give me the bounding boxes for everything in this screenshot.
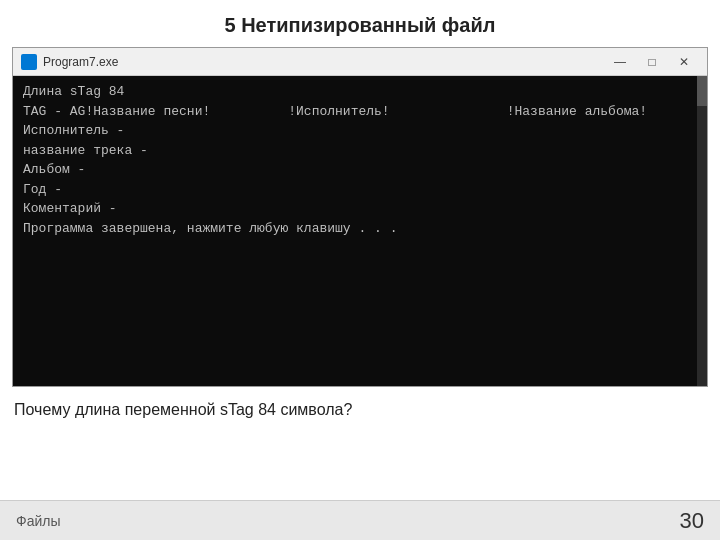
maximize-button[interactable]: □	[637, 52, 667, 72]
scrollbar-thumb[interactable]	[697, 76, 707, 106]
question-text: Почему длина переменной sTag 84 символа?	[14, 399, 706, 421]
window-controls: — □ ✕	[605, 52, 699, 72]
bottom-section: Почему длина переменной sTag 84 символа?	[0, 387, 720, 431]
scrollbar[interactable]	[697, 76, 707, 386]
footer-bar: Файлы 30	[0, 500, 720, 540]
slide-title: 5 Нетипизированный файл	[0, 0, 720, 47]
window-app-icon	[21, 54, 37, 70]
console-output: Длина sTag 84TAG - AG!Название песни! !И…	[13, 76, 707, 386]
console-line: Длина sTag 84	[23, 82, 697, 102]
minimize-button[interactable]: —	[605, 52, 635, 72]
console-line: Исполнитель -	[23, 121, 697, 141]
window-title: Program7.exe	[43, 55, 605, 69]
program-window: Program7.exe — □ ✕ Длина sTag 84TAG - AG…	[12, 47, 708, 387]
console-line: Коментарий -	[23, 199, 697, 219]
console-lines: Длина sTag 84TAG - AG!Название песни! !И…	[23, 82, 697, 238]
footer-category: Файлы	[16, 513, 60, 529]
console-line: TAG - AG!Название песни! !Исполнитель! !…	[23, 102, 697, 122]
close-button[interactable]: ✕	[669, 52, 699, 72]
window-titlebar: Program7.exe — □ ✕	[13, 48, 707, 76]
console-line: Программа завершена, нажмите любую клави…	[23, 219, 697, 239]
console-line: Год -	[23, 180, 697, 200]
console-line: название трека -	[23, 141, 697, 161]
footer-page-number: 30	[680, 508, 704, 534]
console-line: Альбом -	[23, 160, 697, 180]
